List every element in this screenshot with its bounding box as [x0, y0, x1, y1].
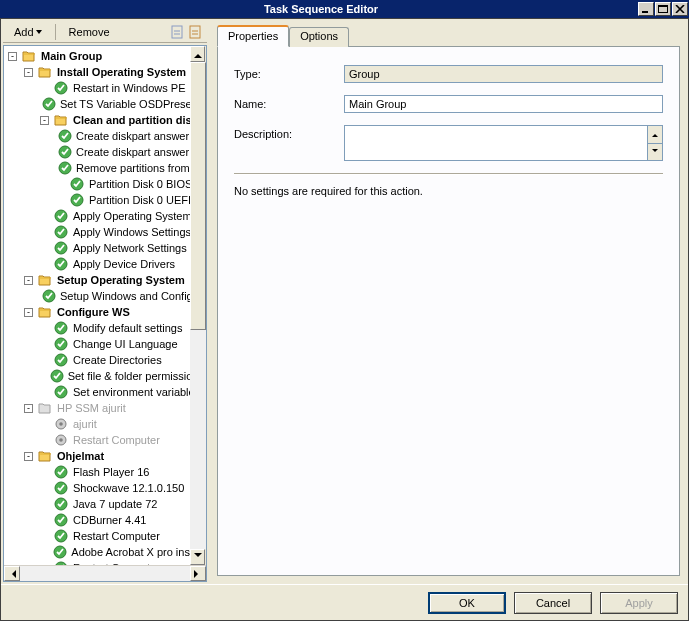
check-icon [50, 368, 64, 384]
tree-node-label: Shockwave 12.1.0.150 [71, 482, 186, 494]
expander-icon[interactable]: - [40, 116, 49, 125]
tree-node-aj[interactable]: ajurit [8, 416, 206, 432]
tree-node-rc2[interactable]: Restart Computer [8, 528, 206, 544]
remove-button[interactable]: Remove [62, 23, 117, 41]
svg-rect-3 [172, 26, 182, 38]
scroll-left-button[interactable] [4, 566, 20, 581]
description-field[interactable] [344, 125, 648, 161]
tree-node-cws[interactable]: -Configure WS [8, 304, 206, 320]
separator [55, 24, 56, 40]
scroll-up-button[interactable] [190, 46, 205, 62]
folder-icon [53, 112, 69, 128]
tree-node-sw[interactable]: Shockwave 12.1.0.150 [8, 480, 206, 496]
tree-node-aws[interactable]: Apply Windows Settings [8, 224, 206, 240]
check-icon [53, 240, 69, 256]
button-bar: OK Cancel Apply [1, 584, 688, 620]
left-toolbar: Add Remove [3, 21, 207, 43]
tree-node-mds[interactable]: Modify default settings [8, 320, 206, 336]
tree-node-cp2[interactable]: Create diskpart answer file UEFI [8, 144, 206, 160]
close-button[interactable] [672, 2, 688, 16]
vertical-scrollbar[interactable] [190, 46, 206, 565]
expander-icon[interactable]: - [8, 52, 17, 61]
tab-strip: Properties Options [217, 27, 680, 47]
tree-node-rc3[interactable]: Restart Computer [8, 560, 206, 565]
tree-node-ios[interactable]: -Install Operating System [8, 64, 206, 80]
tree-node-label: Partition Disk 0 UEFI [87, 194, 193, 206]
name-label: Name: [234, 95, 344, 110]
title-bar: Task Sequence Editor [0, 0, 689, 18]
spin-up-button[interactable] [648, 126, 662, 144]
add-button[interactable]: Add [7, 23, 49, 41]
scroll-right-button[interactable] [190, 566, 206, 581]
minimize-button[interactable] [638, 2, 654, 16]
svg-rect-0 [642, 11, 648, 13]
tree-node-label: Restart Computer [71, 434, 162, 446]
tree-node-label: Clean and partition disk [71, 114, 200, 126]
tree-node-add[interactable]: Apply Device Drivers [8, 256, 206, 272]
move-up-button[interactable] [169, 24, 185, 40]
tree-node-fp[interactable]: Flash Player 16 [8, 464, 206, 480]
expander-icon[interactable]: - [24, 68, 33, 77]
task-tree[interactable]: -Main Group-Install Operating SystemRest… [4, 46, 206, 565]
folder-icon [37, 448, 53, 464]
tree-node-label: Adobe Acrobat X pro install [69, 546, 206, 558]
check-icon [58, 160, 72, 176]
description-spinner[interactable] [648, 125, 663, 161]
maximize-button[interactable] [655, 2, 671, 16]
check-icon [53, 208, 69, 224]
tree-node-label: Ohjelmat [55, 450, 106, 462]
tree-node-cp[interactable]: -Clean and partition disk [8, 112, 206, 128]
expander-icon[interactable]: - [24, 452, 33, 461]
tab-properties[interactable]: Properties [217, 25, 289, 47]
description-label: Description: [234, 125, 344, 140]
gear-icon [53, 432, 69, 448]
ok-button[interactable]: OK [428, 592, 506, 614]
tree-node-label: Apply Windows Settings [71, 226, 193, 238]
folder-icon [37, 64, 53, 80]
expander-icon[interactable]: - [24, 276, 33, 285]
check-icon [58, 144, 72, 160]
settings-note: No settings are required for this action… [234, 185, 663, 197]
check-icon [53, 352, 69, 368]
expander-icon[interactable]: - [24, 404, 33, 413]
tree-node-rc1[interactable]: Restart Computer [8, 432, 206, 448]
expander-icon[interactable]: - [24, 308, 33, 317]
tree-node-label: Setup Operating System [55, 274, 187, 286]
tree-node-swc[interactable]: Setup Windows and ConfigMgr [8, 288, 206, 304]
scroll-down-button[interactable] [190, 549, 205, 565]
name-field[interactable] [344, 95, 663, 113]
tree-node-cul[interactable]: Change UI Language [8, 336, 206, 352]
tree-node-label: Configure WS [55, 306, 132, 318]
move-down-button[interactable] [187, 24, 203, 40]
tree-node-aos[interactable]: Apply Operating System [8, 208, 206, 224]
tree-node-cp4[interactable]: Partition Disk 0 BIOS [8, 176, 206, 192]
tree-node-cp3[interactable]: Remove partitions from disk 0 [8, 160, 206, 176]
horizontal-scrollbar[interactable] [4, 565, 206, 581]
spin-down-button[interactable] [648, 144, 662, 161]
tree-node-ohj[interactable]: -Ohjelmat [8, 448, 206, 464]
tree-node-r1[interactable]: Restart in Windows PE [8, 80, 206, 96]
tree-node-cd[interactable]: Create Directories [8, 352, 206, 368]
scroll-thumb[interactable] [190, 62, 206, 330]
cancel-button[interactable]: Cancel [514, 592, 592, 614]
tree-node-j7[interactable]: Java 7 update 72 [8, 496, 206, 512]
scroll-track-h[interactable] [20, 566, 190, 581]
tree-node-cp5[interactable]: Partition Disk 0 UEFI [8, 192, 206, 208]
tree-node-cdb[interactable]: CDBurner 4.41 [8, 512, 206, 528]
tab-options[interactable]: Options [289, 27, 349, 47]
tree-node-ans[interactable]: Apply Network Settings [8, 240, 206, 256]
apply-button[interactable]: Apply [600, 592, 678, 614]
tree-node-label: Restart Computer [71, 530, 162, 542]
type-label: Type: [234, 65, 344, 80]
tree-node-sev[interactable]: Set environment variables [8, 384, 206, 400]
tree-node-label: Apply Device Drivers [71, 258, 177, 270]
tree-node-cp1[interactable]: Create diskpart answer file BIOS [8, 128, 206, 144]
tree-node-label: Create diskpart answer file UEFI [74, 146, 206, 158]
tree-node-sfp[interactable]: Set file & folder permissions [8, 368, 206, 384]
tree-node-sos[interactable]: -Setup Operating System [8, 272, 206, 288]
scroll-track[interactable] [190, 62, 206, 549]
tree-node-main[interactable]: -Main Group [8, 48, 206, 64]
tree-node-aax[interactable]: Adobe Acrobat X pro install [8, 544, 206, 560]
tree-node-hp[interactable]: -HP SSM ajurit [8, 400, 206, 416]
tree-node-r2[interactable]: Set TS Variable OSDPreserveDriveLetter [8, 96, 206, 112]
